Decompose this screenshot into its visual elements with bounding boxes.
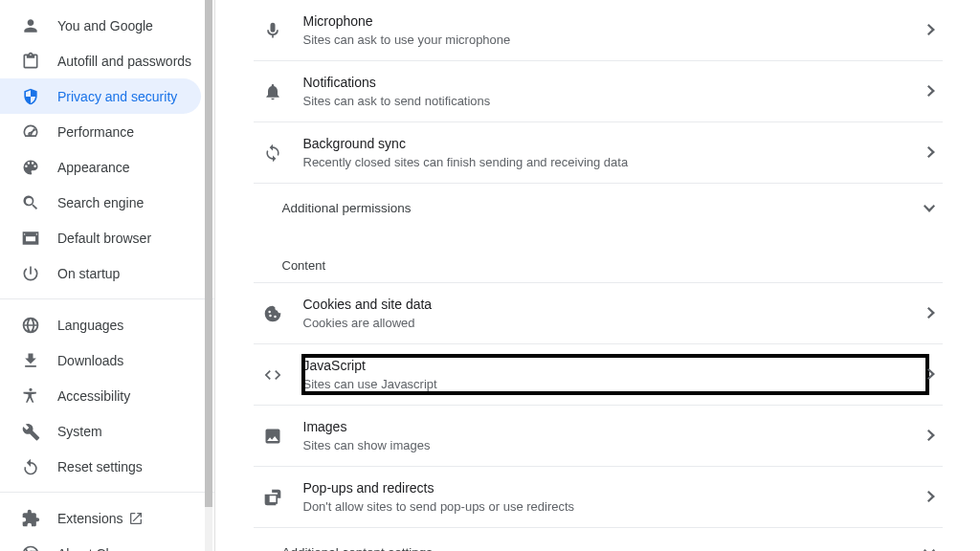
additional-permissions-toggle[interactable]: Additional permissions (254, 183, 943, 231)
bell-icon (263, 82, 282, 101)
image-icon (263, 427, 282, 446)
sidebar-item-label: Reset settings (57, 459, 143, 474)
sidebar-item-label: Performance (57, 124, 134, 140)
power-icon (21, 264, 40, 283)
cookie-icon (263, 304, 282, 323)
reset-icon (21, 457, 40, 476)
setting-row-javascript[interactable]: JavaScript Sites can use Javascript (254, 343, 943, 405)
sidebar-item-reset-settings[interactable]: Reset settings (0, 449, 201, 484)
palette-icon (21, 158, 40, 177)
chevron-down-icon (924, 543, 935, 551)
sidebar-item-on-startup[interactable]: On startup (0, 255, 201, 291)
setting-row-background-sync[interactable]: Background sync Recently closed sites ca… (254, 121, 943, 183)
sidebar-item-privacy-security[interactable]: Privacy and security (0, 78, 201, 114)
row-title: JavaScript (303, 356, 927, 375)
section-label: Additional permissions (282, 201, 924, 215)
popup-icon (263, 488, 282, 507)
row-subtitle: Sites can ask to use your microphone (303, 32, 927, 49)
sidebar-item-default-browser[interactable]: Default browser (0, 220, 201, 255)
section-label: Additional content settings (282, 545, 924, 552)
setting-row-cookies[interactable]: Cookies and site data Cookies are allowe… (254, 282, 943, 343)
microphone-icon (263, 21, 282, 40)
sidebar-item-label: About Chrome (57, 546, 144, 552)
sidebar-item-languages[interactable]: Languages (0, 307, 201, 342)
row-title: Pop-ups and redirects (303, 478, 927, 497)
row-subtitle: Recently closed sites can finish sending… (303, 154, 927, 171)
sidebar-item-about-chrome[interactable]: About Chrome (0, 536, 201, 551)
sidebar-item-label: Languages (57, 318, 123, 333)
chevron-right-icon (927, 489, 935, 506)
sidebar: You and Google Autofill and passwords Pr… (0, 0, 215, 551)
sync-icon (263, 143, 282, 163)
row-subtitle: Cookies are allowed (303, 315, 927, 332)
sidebar-item-label: On startup (57, 266, 120, 281)
row-subtitle: Don't allow sites to send pop-ups or use… (303, 498, 927, 516)
setting-row-notifications[interactable]: Notifications Sites can ask to send noti… (254, 60, 943, 121)
speedometer-icon (21, 122, 40, 142)
download-icon (21, 351, 40, 370)
additional-content-settings-toggle[interactable]: Additional content settings (254, 527, 943, 551)
sidebar-item-system[interactable]: System (0, 413, 201, 449)
extensions-icon (21, 509, 40, 528)
row-title: Notifications (303, 73, 927, 92)
setting-row-microphone[interactable]: Microphone Sites can ask to use your mic… (254, 0, 943, 60)
chrome-icon (21, 544, 40, 552)
sidebar-scrollbar[interactable] (205, 0, 212, 551)
shield-icon (21, 87, 40, 106)
chevron-right-icon (927, 22, 935, 39)
globe-icon (21, 316, 40, 335)
sidebar-item-search-engine[interactable]: Search engine (0, 185, 201, 220)
sidebar-item-you-and-google[interactable]: You and Google (0, 8, 201, 43)
sidebar-item-label: Autofill and passwords (57, 54, 191, 69)
row-title: Microphone (303, 11, 927, 31)
chevron-right-icon (927, 83, 935, 100)
sidebar-item-label: You and Google (57, 18, 153, 33)
sidebar-item-performance[interactable]: Performance (0, 114, 201, 149)
row-title: Images (303, 417, 927, 436)
sidebar-item-autofill[interactable]: Autofill and passwords (0, 43, 201, 78)
chevron-down-icon (924, 199, 935, 216)
code-icon (263, 365, 282, 385)
chevron-right-icon (927, 305, 935, 322)
clipboard-icon (21, 52, 40, 71)
sidebar-item-label: Appearance (57, 160, 130, 175)
sidebar-item-label: Extensions (57, 511, 122, 526)
row-title: Cookies and site data (303, 295, 927, 314)
sidebar-divider (0, 298, 214, 299)
row-subtitle: Sites can use Javascript (303, 376, 927, 393)
row-subtitle: Sites can ask to send notifications (303, 93, 927, 110)
sidebar-item-label: Default browser (57, 231, 151, 246)
sidebar-item-extensions[interactable]: Extensions (0, 500, 201, 536)
sidebar-item-label: Search engine (57, 195, 144, 210)
chevron-right-icon (927, 428, 935, 445)
sidebar-item-appearance[interactable]: Appearance (0, 149, 201, 185)
sidebar-item-label: Accessibility (57, 388, 130, 404)
javascript-highlight: JavaScript Sites can use Javascript (303, 356, 927, 393)
sidebar-item-accessibility[interactable]: Accessibility (0, 378, 201, 413)
search-icon (21, 193, 40, 212)
chevron-right-icon (927, 366, 935, 384)
external-link-icon (128, 511, 144, 526)
chevron-right-icon (927, 144, 935, 162)
sidebar-item-label: Privacy and security (57, 89, 177, 104)
main-content: Microphone Sites can ask to use your mic… (215, 0, 980, 551)
row-subtitle: Sites can show images (303, 437, 927, 454)
setting-row-images[interactable]: Images Sites can show images (254, 405, 943, 466)
browser-icon (21, 229, 40, 248)
sidebar-divider (0, 492, 214, 493)
content-heading: Content (254, 231, 943, 282)
accessibility-icon (21, 386, 40, 406)
setting-row-popups[interactable]: Pop-ups and redirects Don't allow sites … (254, 466, 943, 527)
person-icon (21, 16, 40, 35)
sidebar-item-label: Downloads (57, 353, 123, 368)
sidebar-item-label: System (57, 424, 102, 439)
wrench-icon (21, 422, 40, 441)
sidebar-item-downloads[interactable]: Downloads (0, 342, 201, 378)
row-title: Background sync (303, 134, 927, 153)
